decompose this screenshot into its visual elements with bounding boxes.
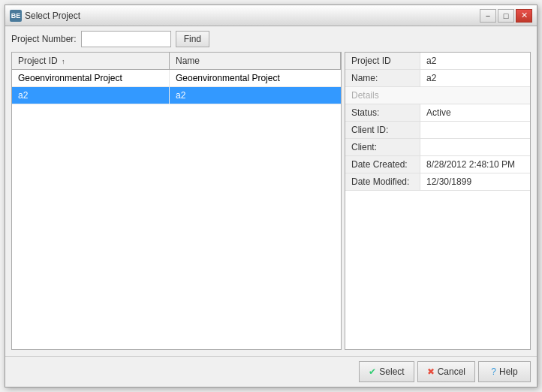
close-button[interactable]: ✕ — [516, 9, 532, 23]
main-content: Project ID ↑ Name Geoenvironmental Proje… — [5, 52, 537, 356]
value-client-id — [420, 122, 530, 138]
window-controls: − □ ✕ — [480, 9, 532, 23]
cell-name: Geoenvironmental Project — [170, 70, 341, 86]
label-client: Client: — [345, 139, 420, 155]
detail-row-client: Client: — [345, 139, 530, 156]
col-header-name: Name — [170, 53, 341, 69]
table-row[interactable]: a2 a2 — [12, 87, 341, 104]
restore-button[interactable]: □ — [498, 9, 514, 23]
title-bar: BE Select Project − □ ✕ — [5, 5, 537, 26]
select-label: Select — [379, 366, 404, 377]
col-header-project-id: Project ID ↑ — [12, 53, 170, 69]
project-table-panel: Project ID ↑ Name Geoenvironmental Proje… — [11, 52, 342, 350]
label-date-modified: Date Modified: — [345, 173, 420, 190]
toolbar: Project Number: Find — [5, 26, 537, 52]
help-label: Help — [499, 366, 518, 377]
bottom-bar: ✔ Select ✖ Cancel ? Help — [5, 356, 537, 387]
detail-row-date-created: Date Created: 8/28/2012 2:48:10 PM — [345, 156, 530, 173]
detail-row-client-id: Client ID: — [345, 122, 530, 139]
detail-section-header: Details — [345, 87, 530, 104]
detail-row-date-modified: Date Modified: 12/30/1899 — [345, 173, 530, 191]
app-icon: BE — [10, 10, 22, 22]
find-button[interactable]: Find — [176, 31, 209, 47]
value-name: a2 — [420, 70, 530, 86]
table-header: Project ID ↑ Name — [12, 53, 341, 70]
sort-asc-icon: ↑ — [62, 58, 65, 65]
label-name: Name: — [345, 70, 420, 86]
value-client — [420, 139, 530, 155]
detail-panel: Project ID a2 Name: a2 Details Status: A… — [345, 52, 531, 350]
detail-row-name: Name: a2 — [345, 70, 530, 87]
table-body: Geoenvironmental Project Geoenvironmenta… — [12, 70, 341, 349]
question-icon: ? — [491, 366, 496, 377]
cell-name: a2 — [170, 87, 341, 104]
minimize-button[interactable]: − — [480, 9, 496, 23]
value-project-id: a2 — [420, 53, 530, 69]
value-status: Active — [420, 104, 530, 121]
cancel-button[interactable]: ✖ Cancel — [417, 361, 475, 382]
title-bar-left: BE Select Project — [10, 10, 80, 22]
label-project-id: Project ID — [345, 53, 420, 69]
main-window: BE Select Project − □ ✕ Project Number: … — [5, 5, 537, 387]
label-date-created: Date Created: — [345, 156, 420, 173]
detail-row-status: Status: Active — [345, 104, 530, 122]
cell-project-id: Geoenvironmental Project — [12, 70, 170, 86]
detail-row-project-id: Project ID a2 — [345, 53, 530, 70]
value-date-modified: 12/30/1899 — [420, 173, 530, 190]
select-button[interactable]: ✔ Select — [359, 361, 414, 382]
value-date-created: 8/28/2012 2:48:10 PM — [420, 156, 530, 173]
detail-table: Project ID a2 Name: a2 Details Status: A… — [345, 53, 530, 191]
label-client-id: Client ID: — [345, 122, 420, 138]
help-button[interactable]: ? Help — [478, 361, 531, 382]
cell-project-id: a2 — [12, 87, 170, 104]
cancel-label: Cancel — [438, 366, 465, 377]
check-icon: ✔ — [369, 366, 376, 377]
window-title: Select Project — [25, 11, 80, 21]
cross-icon: ✖ — [427, 366, 435, 377]
label-status: Status: — [345, 104, 420, 121]
project-number-label: Project Number: — [11, 34, 77, 44]
project-number-input[interactable] — [81, 31, 171, 47]
table-row[interactable]: Geoenvironmental Project Geoenvironmenta… — [12, 70, 341, 87]
